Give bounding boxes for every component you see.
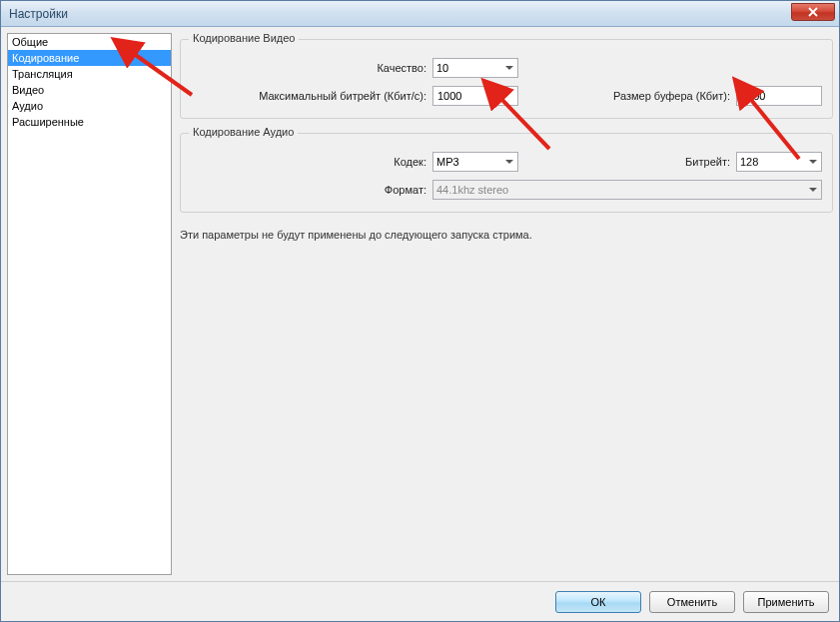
audio-bitrate-select[interactable]: 128 (736, 152, 822, 172)
sidebar-item-4[interactable]: Аудио (8, 98, 171, 114)
quality-label: Качество: (191, 62, 426, 74)
audio-encoding-group: Кодирование Аудио Кодек: MP3 Битрейт: 12… (180, 133, 833, 213)
quality-select[interactable]: 10 (432, 58, 518, 78)
audio-group-title: Кодирование Аудио (189, 126, 298, 138)
titlebar: Настройки (1, 1, 839, 27)
close-icon (808, 7, 818, 17)
sidebar-item-1[interactable]: Кодирование (8, 50, 171, 66)
video-group-title: Кодирование Видео (189, 32, 299, 44)
format-row: Формат: 44.1khz stereo (191, 180, 822, 200)
video-encoding-group: Кодирование Видео Качество: 10 Максималь… (180, 39, 833, 119)
sidebar-item-2[interactable]: Трансляция (8, 66, 171, 82)
sidebar-item-0[interactable]: Общие (8, 34, 171, 50)
restart-note: Эти параметры не будут применены до след… (180, 229, 833, 241)
maxbitrate-input[interactable] (432, 86, 518, 106)
footer: ОК Отменить Применить (1, 581, 839, 621)
audio-bitrate-value: 128 (740, 156, 758, 168)
sidebar-item-3[interactable]: Видео (8, 82, 171, 98)
ok-button[interactable]: ОК (555, 591, 641, 613)
maxbitrate-label: Максимальный битрейт (Кбит/с): (191, 90, 426, 102)
apply-button[interactable]: Применить (743, 591, 829, 613)
codec-select[interactable]: MP3 (432, 152, 518, 172)
sidebar-item-5[interactable]: Расширенные (8, 114, 171, 130)
body-area: ОбщиеКодированиеТрансляцияВидеоАудиоРасш… (1, 27, 839, 581)
window-title: Настройки (9, 7, 68, 21)
settings-window: Настройки ОбщиеКодированиеТрансляцияВиде… (0, 0, 840, 622)
audio-bitrate-label: Битрейт: (685, 156, 730, 168)
quality-row: Качество: 10 (191, 58, 822, 78)
format-value: 44.1khz stereo (436, 184, 508, 196)
main-panel: Кодирование Видео Качество: 10 Максималь… (180, 33, 833, 575)
bitrate-row: Максимальный битрейт (Кбит/с): Размер бу… (191, 86, 822, 106)
close-button[interactable] (791, 3, 835, 21)
format-label: Формат: (191, 184, 426, 196)
quality-value: 10 (436, 62, 448, 74)
cancel-button[interactable]: Отменить (649, 591, 735, 613)
codec-label: Кодек: (191, 156, 426, 168)
buffer-label: Размер буфера (Кбит): (613, 90, 730, 102)
buffer-input[interactable] (736, 86, 822, 106)
codec-row: Кодек: MP3 Битрейт: 128 (191, 152, 822, 172)
codec-value: MP3 (436, 156, 459, 168)
sidebar[interactable]: ОбщиеКодированиеТрансляцияВидеоАудиоРасш… (7, 33, 172, 575)
format-select: 44.1khz stereo (432, 180, 822, 200)
